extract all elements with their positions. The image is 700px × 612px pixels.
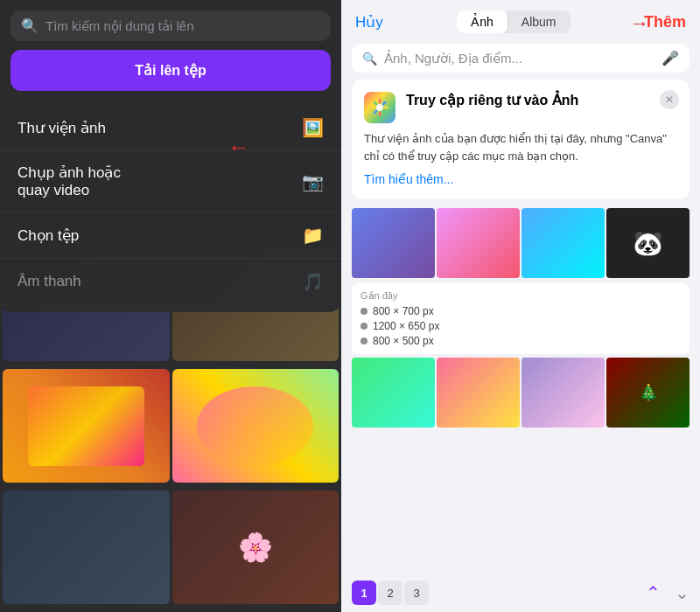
photo-cell-5[interactable] (352, 358, 435, 428)
search-bar[interactable]: 🔍 Tìm kiếm nội dung tải lên (10, 10, 331, 41)
right-search-placeholder: Ảnh, Người, Địa điểm... (384, 51, 654, 66)
menu-item-audio[interactable]: Âm thanh 🎵 (0, 259, 341, 305)
size-label-2: 1200 × 650 px (373, 320, 439, 332)
chevron-up-icon[interactable]: ⌃ (646, 582, 661, 603)
thumbnail-7 (3, 490, 170, 604)
bullet-icon-2 (360, 323, 368, 330)
upload-button[interactable]: Tải lên tệp (10, 50, 331, 91)
sizing-option-3: 800 × 500 px (360, 335, 681, 347)
tab-albums[interactable]: Album (508, 10, 570, 33)
bullet-icon-3 (360, 337, 368, 344)
sizing-option-1: 700 × 612 px (360, 305, 681, 317)
photo-cell-2[interactable] (437, 208, 520, 278)
bullet-icon-1 (360, 308, 368, 315)
thumbnail-6 (172, 369, 340, 483)
page-3[interactable]: 3 (404, 581, 429, 605)
pagination-bar: 1 2 3 ⌃ ⌄ (341, 574, 700, 612)
learn-more-link[interactable]: Tìm hiểu thêm... (364, 172, 453, 186)
menu-item-library[interactable]: Thư viện ảnh 🖼️ (0, 105, 341, 151)
menu-item-audio-label: Âm thanh (18, 273, 81, 290)
red-arrow-library: ← (228, 134, 250, 161)
mic-icon[interactable]: 🎤 (662, 50, 679, 66)
photo-cell-7[interactable] (522, 358, 605, 428)
menu-item-files-label: Chọn tệp (18, 226, 79, 245)
menu-item-camera-label: Chụp ảnh hoặcquay video (18, 163, 121, 199)
upload-dropdown: 🔍 Tìm kiếm nội dung tải lên Tải lên tệp … (0, 0, 341, 312)
right-search-bar[interactable]: 🔍 Ảnh, Người, Địa điểm... 🎤 (352, 44, 690, 73)
photo-cell-8[interactable]: 🎄 (606, 358, 690, 428)
search-icon: 🔍 (21, 17, 38, 34)
page-nav: 1 2 3 (352, 581, 429, 605)
size-label-3: 800 × 500 px (373, 335, 434, 347)
right-search-icon: 🔍 (362, 52, 377, 66)
thumbnail-8: 🌸 (172, 490, 340, 604)
sizing-option-2: 1200 × 650 px (360, 320, 681, 332)
search-placeholder: Tìm kiếm nội dung tải lên (46, 18, 320, 34)
photo-cell-6[interactable] (437, 358, 520, 428)
cancel-button[interactable]: Hủy (355, 13, 383, 31)
sizing-options: 700 × 612 px 1200 × 650 px 800 × 500 px (360, 305, 681, 347)
right-panel: Hủy Ảnh Album → Thêm 🔍 Ảnh, Người, Địa đ… (341, 0, 700, 612)
bottom-tools: ⌃ ⌄ (646, 582, 690, 603)
menu-item-files[interactable]: Chọn tệp 📁 (0, 212, 341, 259)
left-panel: 🌸 🔍 Tìm kiếm nội dung tải lên Tải lên tệ… (0, 0, 341, 612)
privacy-card-header: Truy cập riêng tư vào Ảnh (364, 92, 677, 123)
photos-app-icon (364, 92, 396, 123)
page-1-active[interactable]: 1 (352, 581, 376, 605)
page-2[interactable]: 2 (378, 581, 402, 605)
privacy-card-title: Truy cập riêng tư vào Ảnh (406, 92, 578, 110)
privacy-card-desc: Thư viện ảnh của bạn được hiển thị tại đ… (364, 130, 677, 164)
folder-icon: 📁 (302, 225, 324, 246)
camera-icon: 📷 (302, 171, 324, 192)
add-button[interactable]: Thêm (644, 13, 686, 31)
library-icon: 🖼️ (302, 117, 324, 138)
right-header: Hủy Ảnh Album → Thêm (341, 0, 700, 40)
menu-item-library-label: Thư viện ảnh (18, 119, 106, 137)
audio-icon: 🎵 (302, 271, 324, 292)
photo-cell-3[interactable] (522, 208, 605, 278)
sizing-panel: Gần đây 700 × 612 px 1200 × 650 px 800 ×… (352, 283, 690, 354)
menu-item-camera[interactable]: Chụp ảnh hoặcquay video 📷 (0, 151, 341, 212)
photo-grid-row1: 🐼 (352, 208, 690, 278)
svg-point-0 (376, 104, 383, 111)
privacy-card: Truy cập riêng tư vào Ảnh ✕ Thư viện ảnh… (352, 80, 690, 199)
chevron-down-icon[interactable]: ⌄ (675, 582, 690, 603)
photo-grid-row2: 🎄 (352, 358, 690, 428)
size-label-1: 700 × 612 px (373, 305, 434, 317)
tab-group: Ảnh Album (457, 10, 570, 33)
red-arrow-add: → (630, 12, 649, 35)
tab-photos[interactable]: Ảnh (457, 10, 508, 33)
photo-cell-4[interactable]: 🐼 (606, 208, 690, 278)
thumbnail-5 (3, 369, 170, 483)
sizing-label: Gần đây (360, 290, 681, 302)
photo-cell-1[interactable] (352, 208, 435, 278)
privacy-card-close[interactable]: ✕ (660, 90, 679, 109)
